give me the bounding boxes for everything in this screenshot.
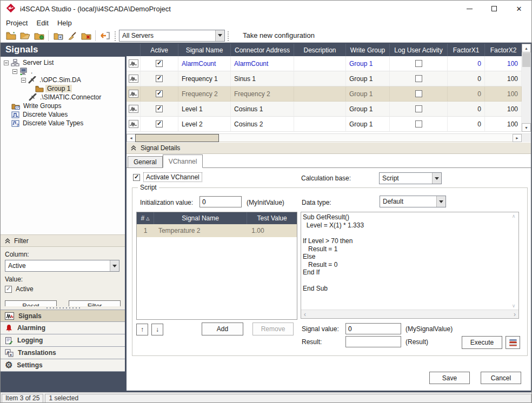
- signal-details-header[interactable]: Signal Details: [127, 143, 531, 154]
- header-test-value[interactable]: Test Value: [247, 212, 297, 224]
- cell-active[interactable]: [141, 117, 178, 132]
- cell-log-user-activity[interactable]: [390, 56, 448, 71]
- cell-description[interactable]: [294, 117, 346, 132]
- scroll-left-icon[interactable]: ‹: [304, 311, 306, 318]
- signal-value-input[interactable]: [345, 323, 401, 334]
- tree-item-discrete-values[interactable]: Discrete Values: [1, 110, 125, 119]
- log-user-activity-checkbox[interactable]: [415, 90, 422, 97]
- cell-factorx2[interactable]: 100: [485, 56, 522, 71]
- cell-active[interactable]: [141, 71, 178, 86]
- cell-factorx2[interactable]: 100: [485, 86, 522, 102]
- active-checkbox[interactable]: [156, 75, 163, 82]
- header-indicator-column[interactable]: [127, 44, 141, 56]
- script-editor[interactable]: Sub GetResult() Level = X(1) * 1.333 If …: [301, 212, 519, 319]
- calculation-base-select[interactable]: Script: [379, 172, 442, 184]
- header-connector-address[interactable]: Connector Address: [231, 44, 294, 56]
- add-button[interactable]: Add: [202, 323, 243, 335]
- header-factorx1[interactable]: FactorX1: [448, 44, 485, 56]
- tree-expander[interactable]: [12, 69, 17, 74]
- active-checkbox[interactable]: [156, 120, 163, 127]
- import-signals-button[interactable]: [51, 30, 65, 42]
- table-row[interactable]: AlarmCount AlarmCount Group 1 0 100: [127, 56, 522, 71]
- menu-edit[interactable]: Edit: [32, 17, 52, 29]
- tree-item-opc-sim-da[interactable]: .\OPC.Sim.DA: [1, 76, 125, 84]
- active-checkbox[interactable]: [156, 90, 163, 97]
- save-button[interactable]: Save: [429, 372, 470, 384]
- header-ref-signal-name[interactable]: Signal Name: [154, 212, 247, 224]
- exit-button[interactable]: [98, 30, 112, 42]
- cell-factorx2[interactable]: 100: [485, 102, 522, 117]
- filter-panel-header[interactable]: Filter: [1, 234, 125, 247]
- cell-connector-address[interactable]: AlarmCount: [231, 56, 294, 71]
- cell-signal-name[interactable]: Level 1: [178, 102, 231, 117]
- initialization-value-input[interactable]: [200, 196, 242, 207]
- cell-description[interactable]: [294, 71, 346, 86]
- cell-factorx1[interactable]: 0: [448, 71, 485, 86]
- result-input[interactable]: [345, 336, 401, 347]
- move-down-button[interactable]: ↓: [151, 324, 163, 335]
- header-signal-name[interactable]: Signal Name: [178, 44, 231, 56]
- tree-item-simatic-connector[interactable]: .\SIMATIC.Connector: [1, 93, 125, 102]
- cell-active[interactable]: [141, 86, 178, 102]
- tree-item-label[interactable]: Discrete Value Types: [21, 119, 85, 127]
- cell-factorx2[interactable]: 100: [485, 117, 522, 132]
- maximize-button[interactable]: [482, 1, 507, 17]
- tree-item-server[interactable]: .: [1, 67, 125, 76]
- cell-log-user-activity[interactable]: [390, 102, 448, 117]
- table-vertical-scrollbar[interactable]: ▲ ▼: [522, 44, 531, 132]
- cell-test-value[interactable]: 1.00: [247, 224, 297, 237]
- header-description[interactable]: Description: [294, 44, 346, 56]
- cell-signal-name[interactable]: AlarmCount: [178, 56, 231, 71]
- cell-active[interactable]: [141, 102, 178, 117]
- log-user-activity-checkbox[interactable]: [415, 120, 422, 127]
- cell-connector-address[interactable]: Sinus 1: [231, 71, 294, 86]
- cell-description[interactable]: [294, 102, 346, 117]
- table-row-selected[interactable]: Frequency 2 Frequency 2 Group 1 0 100: [127, 86, 522, 102]
- active-checkbox[interactable]: [156, 60, 163, 67]
- execute-button[interactable]: Execute: [462, 336, 502, 349]
- tree-item-label[interactable]: .: [29, 68, 34, 75]
- scroll-right-button[interactable]: ►: [513, 134, 522, 142]
- tab-vchannel[interactable]: VChannel: [163, 155, 203, 168]
- horizontal-scroll-thumb[interactable]: [135, 134, 219, 142]
- cell-write-group[interactable]: Group 1: [346, 102, 390, 117]
- cell-connector-address[interactable]: Frequency 2: [231, 86, 294, 102]
- clean-button[interactable]: [65, 30, 79, 42]
- vertical-scroll-thumb[interactable]: [522, 53, 530, 67]
- tree-expander[interactable]: [4, 61, 9, 65]
- scroll-right-icon[interactable]: ›: [514, 311, 516, 318]
- script-code[interactable]: Sub GetResult() Level = X(1) * 1.333 If …: [303, 213, 508, 308]
- cell-write-group[interactable]: Group 1: [346, 56, 390, 71]
- cell-number[interactable]: 1: [137, 224, 154, 237]
- scroll-down-icon[interactable]: ∨: [512, 303, 516, 308]
- cell-description[interactable]: [294, 86, 346, 102]
- header-factorx2[interactable]: FactorX2: [485, 44, 522, 56]
- header-number[interactable]: #△: [137, 212, 154, 224]
- cancel-button[interactable]: Cancel: [481, 372, 521, 384]
- scroll-down-button[interactable]: ▼: [522, 123, 531, 132]
- new-project-button[interactable]: *: [4, 30, 18, 42]
- tree-item-label[interactable]: Write Groups: [22, 102, 63, 110]
- script-stack-button[interactable]: [506, 336, 520, 349]
- reference-table-row[interactable]: 1 Temperature 2 1.00: [137, 224, 297, 237]
- cell-signal-name[interactable]: Frequency 1: [178, 71, 231, 86]
- dropdown-button[interactable]: [110, 260, 119, 271]
- cell-active[interactable]: [141, 56, 178, 71]
- open-project-button[interactable]: [18, 30, 32, 42]
- tree-item-label[interactable]: Group 1: [45, 85, 72, 92]
- cell-factorx1[interactable]: 0: [448, 56, 485, 71]
- log-user-activity-checkbox[interactable]: [415, 60, 422, 67]
- cell-factorx1[interactable]: 0: [448, 102, 485, 117]
- menu-help[interactable]: Help: [53, 17, 76, 29]
- tree-item-discrete-value-types[interactable]: ? Discrete Value Types: [1, 119, 125, 127]
- cell-write-group[interactable]: Group 1: [346, 71, 390, 86]
- tree-item-label[interactable]: .\OPC.Sim.DA: [38, 76, 83, 84]
- cell-factorx1[interactable]: 0: [448, 86, 485, 102]
- dropdown-button[interactable]: [215, 30, 224, 41]
- header-active[interactable]: Active: [141, 44, 178, 56]
- filter-value-checkbox[interactable]: [5, 286, 12, 293]
- script-vertical-scrollbar[interactable]: ∧ ∨: [510, 213, 517, 308]
- remove-button[interactable]: Remove: [252, 323, 294, 335]
- scroll-up-button[interactable]: ▲: [522, 44, 531, 52]
- data-type-select[interactable]: Default: [380, 196, 446, 207]
